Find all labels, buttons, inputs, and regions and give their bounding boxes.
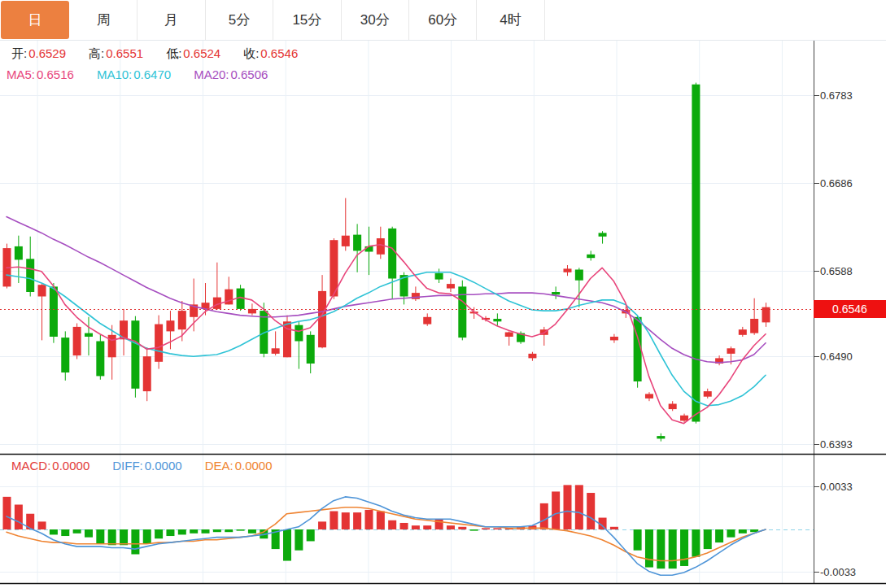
candle-body-up (447, 284, 455, 289)
readout-value: 0.6529 (28, 46, 66, 60)
candle-body-up (704, 391, 712, 397)
macd-bar-negative (85, 529, 93, 538)
macd-bar-positive (15, 504, 23, 529)
candle-body-up (178, 311, 186, 329)
readout-value: 0.6470 (133, 68, 171, 81)
candle-body-up (166, 320, 174, 331)
candle-body-down (657, 436, 665, 438)
candle-body-down (599, 233, 607, 236)
candle-body-down (493, 319, 501, 321)
readout-label: DIFF: (112, 459, 143, 473)
macd-bar-positive (575, 485, 583, 529)
macd-bar-positive (377, 512, 385, 529)
candle-body-up (528, 354, 536, 359)
macd-bar-negative (692, 529, 700, 557)
candle-body-up (669, 404, 677, 410)
current-price-badge: 0.6546 (814, 300, 886, 318)
macd-bar-positive (447, 525, 455, 529)
macd-bar-positive (412, 525, 420, 529)
readout-value: 0.6506 (231, 68, 268, 81)
macd-bar-negative (166, 529, 174, 536)
macd-bar-negative (96, 529, 104, 544)
macd-bar-negative (283, 529, 291, 561)
candle-body-down (50, 286, 58, 337)
candle-body-up (423, 317, 431, 324)
axis-label: 0.6393 (820, 438, 853, 451)
macd-bar-negative (73, 529, 81, 534)
readout-value: 0.6546 (260, 46, 298, 60)
macd-bar-negative (202, 529, 210, 534)
candle-body-down (26, 259, 34, 292)
ohlc-row-item: 低:0.6524 (166, 46, 232, 60)
macd-bar-negative (680, 529, 688, 566)
candle-body-up (610, 337, 618, 340)
macd-bar-positive (353, 512, 361, 529)
candle-body-down (61, 338, 69, 372)
candle-body-down (15, 246, 23, 260)
ohlc-row-item: 收:0.6546 (243, 46, 309, 60)
candle-body-down (131, 320, 139, 389)
macd-bar-negative (131, 529, 139, 555)
macd-bar-negative (155, 529, 163, 538)
macd-row-item: DEA:0.0000 (205, 459, 284, 473)
candle-body-down (295, 325, 303, 342)
macd-bar-negative (225, 529, 233, 532)
macd-bar-negative (307, 529, 315, 541)
macd-bar-negative (727, 529, 735, 538)
macd-bar-positive (482, 528, 490, 529)
macd-bar-negative (634, 529, 642, 551)
macd-bar-positive (318, 521, 326, 529)
ma-row-item: MA10:0.6470 (97, 68, 182, 81)
macd-bar-positive (540, 503, 548, 529)
macd-row-item: DIFF:0.0000 (112, 459, 193, 473)
candle-body-down (353, 235, 361, 251)
candle-body-down (587, 255, 595, 258)
macd-bar-positive (364, 510, 373, 529)
macd-bar-positive (552, 491, 560, 529)
candle-body-up (727, 348, 735, 354)
trading-chart-app: 日周月5分15分30分60分4时 开:0.6529高:0.6551低:0.652… (0, 0, 886, 588)
macd-bar-negative (50, 529, 58, 534)
axis-label: 0.6588 (820, 265, 853, 277)
macd-bar-positive (610, 527, 618, 529)
readout-label: DEA: (205, 459, 234, 473)
readout-value: 0.6551 (106, 46, 143, 60)
macd-bar-negative (178, 529, 186, 534)
readout-label: 高: (89, 46, 104, 60)
macd-bar-negative (120, 529, 128, 545)
candle-body-down (307, 335, 315, 364)
candle-body-up (645, 394, 653, 399)
readout-label: 开: (11, 46, 27, 60)
candle-body-up (750, 319, 758, 333)
axis-label: 0.0033 (820, 481, 853, 493)
macd-bar-negative (669, 529, 677, 568)
macd-bar-positive (423, 525, 431, 529)
macd-bar-negative (739, 529, 747, 534)
axis-label: 0.6490 (820, 351, 853, 363)
macd-row-item: MACD:0.0000 (11, 459, 101, 473)
macd-bar-negative (143, 529, 151, 544)
candle-body-down (96, 342, 104, 377)
ohlc-row-item: 开:0.6529 (11, 46, 77, 60)
macd-readout: MACD:0.0000DIFF:0.0000DEA:0.0000 (11, 459, 295, 473)
candle-body-up (377, 238, 385, 255)
candle-body-down (435, 273, 443, 280)
macd-bar-negative (190, 529, 198, 534)
macd-bar-positive (330, 512, 338, 529)
macd-bar-negative (248, 529, 256, 534)
macd-bar-negative (108, 529, 116, 545)
candle-body-up (680, 416, 688, 421)
macd-bar-negative (295, 529, 303, 551)
readout-value: 0.6524 (183, 46, 220, 60)
macd-bar-positive (435, 519, 443, 529)
candle-body-down (575, 270, 583, 281)
macd-bar-positive (3, 497, 11, 529)
macd-bar-negative (470, 529, 478, 531)
macd-bar-positive (587, 493, 595, 529)
candle-body-up (272, 348, 280, 354)
ma-row-item: MA20:0.6506 (194, 68, 279, 81)
candle-body-up (143, 356, 151, 391)
axis-label: 0.6783 (820, 89, 853, 102)
candle-body-up (155, 324, 163, 362)
chart-canvas[interactable] (0, 0, 886, 588)
